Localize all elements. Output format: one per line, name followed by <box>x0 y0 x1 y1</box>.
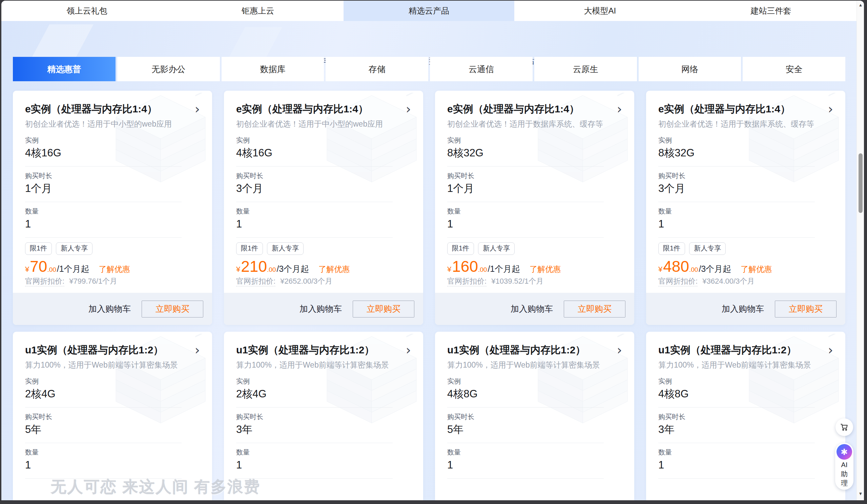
quantity-field: 数量 1 <box>236 443 393 479</box>
scroll-up-arrow-icon[interactable]: ▲ <box>857 2 864 8</box>
product-card: u1实例（处理器与内存比1:2） › 算力100%，适用于Web前端等计算密集场… <box>13 332 212 500</box>
duration-label: 购买时长 <box>25 172 182 180</box>
learn-more-link[interactable]: 了解优惠 <box>319 264 350 274</box>
buy-now-button[interactable]: 立即购买 <box>775 300 836 318</box>
product-card: e实例（处理器与内存比1:4） › 初创企业者优选！适用于数据库系统、缓存等 实… <box>435 91 634 325</box>
instance-field: 实例 8核32G <box>447 131 604 166</box>
category-tab[interactable]: 安全 <box>743 57 845 81</box>
card-body: e实例（处理器与内存比1:4） › 初创企业者优选！适用于数据库系统、缓存等 实… <box>435 91 634 325</box>
card-title: u1实例（处理器与内存比1:2） <box>236 343 374 357</box>
quantity-label: 数量 <box>25 207 182 215</box>
category-tab[interactable]: 存储 <box>325 57 428 81</box>
chevron-right-icon[interactable]: › <box>617 104 622 114</box>
chevron-right-icon[interactable]: › <box>617 345 622 355</box>
learn-more-link[interactable]: 了解优惠 <box>741 264 772 274</box>
card-fields: 实例 4核8G 购买时长 5年 数量 1 <box>447 372 622 479</box>
vertical-scrollbar[interactable]: ▲ ▼ <box>856 1 864 500</box>
card-description: 初创企业者优选！适用于数据库系统、缓存等 <box>447 119 622 129</box>
learn-more-link[interactable]: 了解优惠 <box>99 264 130 274</box>
category-tab[interactable]: 云原生 <box>534 57 637 81</box>
add-to-cart-button[interactable]: 加入购物车 <box>300 303 342 315</box>
category-tab[interactable]: 无影办公 <box>117 57 220 81</box>
ai-assistant-button[interactable]: ✱ AI 助 理 <box>835 443 854 490</box>
quantity-value: 1 <box>236 459 393 471</box>
card-body: e实例（处理器与内存比1:4） › 初创企业者优选！适用于数据库系统、缓存等 实… <box>646 91 845 325</box>
newcomer-tag: 新人专享 <box>478 242 515 255</box>
chevron-right-icon[interactable]: › <box>195 345 200 355</box>
product-card: u1实例（处理器与内存比1:2） › 算力100%，适用于Web前端等计算密集场… <box>224 332 423 500</box>
instance-value: 4核8G <box>447 388 604 400</box>
price-decimal: .00 <box>478 266 487 274</box>
chevron-right-icon[interactable]: › <box>828 104 833 114</box>
card-tags: 限1件 新人专享 <box>658 242 833 255</box>
buy-now-button[interactable]: 立即购买 <box>564 300 625 318</box>
instance-field: 实例 8核32G <box>658 131 815 166</box>
quantity-value: 1 <box>658 218 815 230</box>
instance-label: 实例 <box>658 136 815 144</box>
quantity-field: 数量 1 <box>236 202 393 238</box>
instance-field: 实例 4核8G <box>658 372 815 407</box>
learn-more-link[interactable]: 了解优惠 <box>529 264 561 274</box>
category-tab[interactable]: 数据库 <box>222 57 324 81</box>
add-to-cart-button[interactable]: 加入购物车 <box>88 303 131 315</box>
card-description: 初创企业者优选！适用于数据库系统、缓存等 <box>658 119 833 129</box>
price-unit: /3个月起 <box>699 263 731 274</box>
scrollbar-thumb[interactable] <box>858 153 863 213</box>
quantity-field: 数量 1 <box>25 443 182 479</box>
official-price: 官网折扣价: ¥2652.00/3个月 <box>236 276 411 286</box>
chevron-right-icon[interactable]: › <box>195 104 200 114</box>
buy-now-button[interactable]: 立即购买 <box>353 300 414 318</box>
top-nav-tab[interactable]: 建站三件套 <box>685 1 856 21</box>
currency-symbol: ¥ <box>25 265 29 274</box>
duration-value: 3个月 <box>236 183 393 195</box>
quantity-field: 数量 1 <box>658 443 815 479</box>
quantity-label: 数量 <box>447 448 604 456</box>
instance-value: 2核4G <box>25 388 182 400</box>
card-body: u1实例（处理器与内存比1:2） › 算力100%，适用于Web前端等计算密集场… <box>435 332 634 500</box>
add-to-cart-button[interactable]: 加入购物车 <box>722 303 764 315</box>
price-unit: /3个月起 <box>277 263 309 274</box>
top-nav-tab-label: 钜惠上云 <box>242 6 274 16</box>
quantity-field: 数量 1 <box>447 202 604 238</box>
chevron-right-icon[interactable]: › <box>406 345 411 355</box>
duration-label: 购买时长 <box>447 172 604 180</box>
price-integer: 480 <box>663 258 689 274</box>
quantity-value: 1 <box>25 459 182 471</box>
card-fields: 实例 2核4G 购买时长 5年 数量 1 <box>25 372 200 479</box>
instance-value: 8核32G <box>658 147 815 159</box>
scroll-down-arrow-icon[interactable]: ▼ <box>857 491 864 496</box>
category-tab[interactable]: 网络 <box>639 57 741 81</box>
buy-now-button[interactable]: 立即购买 <box>142 300 203 318</box>
newcomer-tag: 新人专享 <box>689 242 726 255</box>
quantity-label: 数量 <box>447 207 604 215</box>
instance-label: 实例 <box>447 136 604 144</box>
category-tab[interactable]: 精选惠普 <box>13 57 116 81</box>
duration-label: 购买时长 <box>658 172 815 180</box>
card-tags: 限1件 新人专享 <box>25 242 200 255</box>
price-integer: 160 <box>452 258 478 274</box>
instance-value: 8核32G <box>447 147 604 159</box>
official-price-label: 官网折扣价: <box>25 277 64 286</box>
duration-value: 1个月 <box>25 183 182 195</box>
category-tab-label: 云原生 <box>573 64 598 75</box>
duration-value: 3个月 <box>658 183 815 195</box>
quantity-label: 数量 <box>658 207 815 215</box>
add-to-cart-button[interactable]: 加入购物车 <box>511 303 553 315</box>
ai-spark-icon: ✱ <box>836 444 852 460</box>
price-unit: /1个月起 <box>57 263 89 274</box>
chevron-right-icon[interactable]: › <box>406 104 411 114</box>
price-unit: /1个月起 <box>488 263 520 274</box>
cart-fab-button[interactable] <box>835 418 853 436</box>
chevron-right-icon[interactable]: › <box>828 345 833 355</box>
top-nav-tab[interactable]: 领上云礼包 <box>1 1 172 21</box>
top-nav-tab[interactable]: 钜惠上云 <box>172 1 344 21</box>
card-description: 算力100%，适用于Web前端等计算密集场景 <box>658 360 833 370</box>
category-tab[interactable]: 云通信 <box>430 57 533 81</box>
official-price-value: ¥2652.00/3个月 <box>280 277 332 285</box>
top-nav-tab[interactable]: 大模型AI <box>514 1 685 21</box>
card-description: 算力100%，适用于Web前端等计算密集场景 <box>447 360 622 370</box>
top-nav-tab[interactable]: 精选云产品 <box>344 1 515 21</box>
instance-label: 实例 <box>236 136 393 144</box>
card-title: e实例（处理器与内存比1:4） <box>236 102 368 116</box>
official-price-label: 官网折扣价: <box>236 277 276 286</box>
